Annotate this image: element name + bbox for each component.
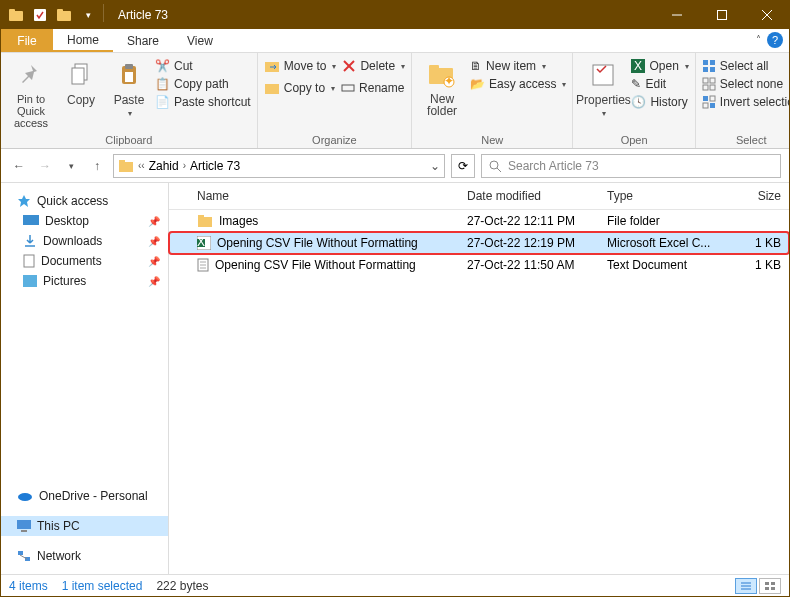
nav-forward-button[interactable]: →	[35, 156, 55, 176]
svg-rect-4	[57, 9, 63, 13]
svg-rect-51	[25, 557, 30, 561]
select-all-button[interactable]: Select all	[702, 59, 790, 73]
delete-button[interactable]: Delete	[342, 59, 405, 73]
sidebar-item-documents[interactable]: Documents📌	[1, 251, 168, 271]
breadcrumb-part[interactable]: Zahid	[149, 159, 179, 173]
collapse-ribbon-icon[interactable]: ˄	[756, 34, 761, 45]
open-button[interactable]: XOpen	[631, 59, 688, 73]
invert-icon	[702, 95, 716, 109]
file-row[interactable]: Opening CSV File Without Formatting 27-O…	[169, 254, 789, 276]
col-date[interactable]: Date modified	[459, 187, 599, 205]
new-folder-button[interactable]: ✦ New folder	[418, 55, 466, 117]
rename-button[interactable]: Rename	[341, 81, 404, 95]
select-all-icon	[702, 59, 716, 73]
history-button[interactable]: 🕓History	[631, 95, 688, 109]
tab-share[interactable]: Share	[113, 29, 173, 52]
tab-home[interactable]: Home	[53, 29, 113, 52]
copy-path-button[interactable]: 📋Copy path	[155, 77, 251, 91]
svg-rect-46	[23, 275, 37, 287]
svg-rect-20	[429, 65, 439, 71]
cut-icon: ✂️	[155, 59, 170, 73]
qa-folder-icon[interactable]	[5, 4, 27, 26]
close-button[interactable]	[744, 1, 789, 29]
file-row[interactable]: Images 27-Oct-22 12:11 PM File folder	[169, 210, 789, 232]
copy-to-button[interactable]: Copy to	[264, 81, 335, 95]
svg-rect-39	[119, 160, 125, 164]
svg-rect-50	[18, 551, 23, 555]
address-bar[interactable]: ‹‹ Zahid › Article 73 ⌄	[113, 154, 445, 178]
sidebar-this-pc[interactable]: This PC	[1, 516, 168, 536]
qa-folder2-icon[interactable]	[53, 4, 75, 26]
paste-button[interactable]: Paste	[107, 55, 151, 118]
view-details-button[interactable]	[735, 578, 757, 594]
nav-back-button[interactable]: ←	[9, 156, 29, 176]
tab-file[interactable]: File	[1, 29, 53, 52]
folder-icon	[197, 214, 213, 228]
pin-to-quick-access-button[interactable]: Pin to Quick access	[7, 55, 55, 129]
easy-access-icon: 📂	[470, 77, 485, 91]
content-area: Quick access Desktop📌 Downloads📌 Documen…	[1, 183, 789, 574]
nav-up-button[interactable]: ↑	[87, 156, 107, 176]
svg-rect-18	[342, 85, 354, 91]
col-name[interactable]: Name	[189, 187, 459, 205]
qa-chevron-down-icon[interactable]: ▾	[77, 4, 99, 26]
easy-access-button[interactable]: 📂Easy access	[470, 77, 566, 91]
sidebar-network[interactable]: Network	[1, 546, 168, 566]
ribbon-tabs: File Home Share View ˄ ?	[1, 29, 789, 53]
star-icon	[17, 194, 31, 208]
sidebar-onedrive[interactable]: OneDrive - Personal	[1, 486, 168, 506]
svg-rect-28	[703, 67, 708, 72]
svg-rect-54	[198, 215, 204, 219]
column-headers[interactable]: Name Date modified Type Size	[169, 183, 789, 210]
svg-rect-31	[710, 78, 715, 83]
onedrive-icon	[17, 490, 33, 502]
copy-button[interactable]: Copy	[59, 55, 103, 107]
view-icons-button[interactable]	[759, 578, 781, 594]
pin-icon: 📌	[148, 256, 160, 267]
svg-rect-6	[717, 11, 726, 20]
qa-props-icon[interactable]	[29, 4, 51, 26]
chevron-right-icon[interactable]: ‹‹	[138, 160, 145, 171]
paste-shortcut-button[interactable]: 📄Paste shortcut	[155, 95, 251, 109]
col-size[interactable]: Size	[729, 187, 789, 205]
breadcrumb-part[interactable]: Article 73	[190, 159, 240, 173]
edit-icon: ✎	[631, 77, 641, 91]
move-to-button[interactable]: Move to	[264, 59, 337, 73]
search-input[interactable]: Search Article 73	[481, 154, 781, 178]
refresh-button[interactable]: ⟳	[451, 154, 475, 178]
address-dropdown-icon[interactable]: ⌄	[430, 159, 440, 173]
cut-button[interactable]: ✂️Cut	[155, 59, 251, 73]
excel-icon: X	[631, 59, 645, 73]
svg-line-41	[497, 168, 501, 172]
svg-rect-2	[34, 9, 46, 21]
help-icon[interactable]: ?	[767, 32, 783, 48]
svg-point-40	[490, 161, 498, 169]
svg-point-47	[18, 493, 32, 501]
col-type[interactable]: Type	[599, 187, 729, 205]
titlebar: ▾ Article 73	[1, 1, 789, 29]
maximize-button[interactable]	[699, 1, 744, 29]
network-icon	[17, 550, 31, 562]
sidebar-quick-access[interactable]: Quick access	[1, 191, 168, 211]
invert-selection-button[interactable]: Invert selection	[702, 95, 790, 109]
svg-rect-29	[710, 67, 715, 72]
edit-button[interactable]: ✎Edit	[631, 77, 688, 91]
new-item-button[interactable]: 🗎New item	[470, 59, 566, 73]
window-title: Article 73	[118, 8, 654, 22]
svg-rect-66	[771, 582, 775, 585]
svg-rect-27	[710, 60, 715, 65]
text-file-icon	[197, 258, 209, 272]
paste-shortcut-icon: 📄	[155, 95, 170, 109]
sidebar-item-desktop[interactable]: Desktop📌	[1, 211, 168, 231]
file-row-selected[interactable]: XOpening CSV File Without Formatting 27-…	[169, 232, 789, 254]
sidebar-item-downloads[interactable]: Downloads📌	[1, 231, 168, 251]
select-none-button[interactable]: Select none	[702, 77, 790, 91]
svg-marker-42	[18, 195, 30, 207]
new-item-icon: 🗎	[470, 59, 482, 73]
properties-button[interactable]: Properties	[579, 55, 627, 118]
nav-recent-button[interactable]: ▾	[61, 156, 81, 176]
sidebar-item-pictures[interactable]: Pictures📌	[1, 271, 168, 291]
minimize-button[interactable]	[654, 1, 699, 29]
chevron-right-icon[interactable]: ›	[183, 160, 186, 171]
tab-view[interactable]: View	[173, 29, 227, 52]
